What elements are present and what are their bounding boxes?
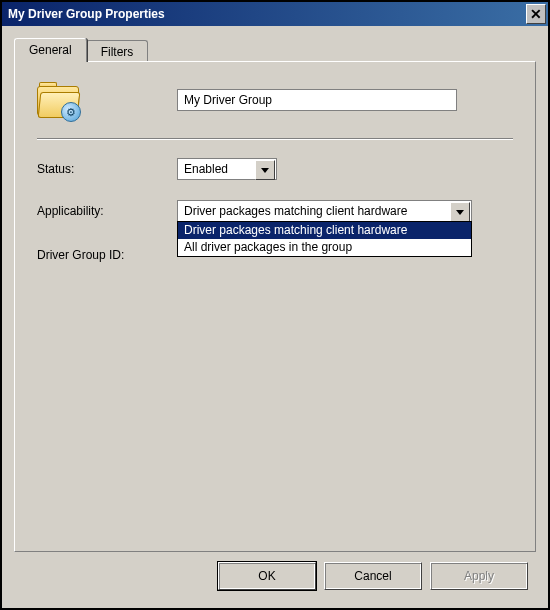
gear-icon: ⚙ [61, 102, 81, 122]
status-select-value: Enabled [184, 162, 228, 176]
cancel-button[interactable]: Cancel [324, 562, 422, 590]
tab-label: Filters [101, 45, 134, 59]
applicability-option[interactable]: All driver packages in the group [178, 239, 471, 256]
button-label: Cancel [354, 569, 391, 583]
applicability-label: Applicability: [37, 204, 177, 218]
chevron-down-icon[interactable] [450, 202, 470, 222]
folder-icon: ⚙ [37, 82, 177, 118]
applicability-row: Applicability: Driver packages matching … [37, 200, 513, 222]
status-row: Status: Enabled [37, 158, 513, 180]
group-name-input[interactable] [177, 89, 457, 111]
status-select[interactable]: Enabled [177, 158, 277, 180]
driver-group-id-label: Driver Group ID: [37, 248, 177, 262]
ok-button[interactable]: OK [218, 562, 316, 590]
status-label: Status: [37, 162, 177, 176]
applicability-dropdown-list: Driver packages matching client hardware… [177, 221, 472, 257]
button-label: Apply [464, 569, 494, 583]
close-icon[interactable]: ✕ [526, 4, 546, 24]
button-label: OK [258, 569, 275, 583]
apply-button: Apply [430, 562, 528, 590]
dialog-button-row: OK Cancel Apply [14, 552, 536, 600]
titlebar: My Driver Group Properties ✕ [2, 2, 548, 26]
separator [37, 138, 513, 140]
window-title: My Driver Group Properties [8, 7, 165, 21]
tabstrip: General Filters [14, 38, 536, 62]
properties-dialog: My Driver Group Properties ✕ General Fil… [0, 0, 550, 610]
applicability-select[interactable]: Driver packages matching client hardware [177, 200, 472, 222]
applicability-select-value: Driver packages matching client hardware [184, 204, 407, 218]
tab-label: General [29, 43, 72, 57]
chevron-down-icon[interactable] [255, 160, 275, 180]
tab-panel-general: ⚙ Status: Enabled Applicability: [14, 61, 536, 552]
tab-general[interactable]: General [14, 38, 87, 62]
name-row: ⚙ [37, 82, 513, 118]
applicability-option[interactable]: Driver packages matching client hardware [178, 222, 471, 239]
client-area: General Filters ⚙ Sta [2, 26, 548, 608]
